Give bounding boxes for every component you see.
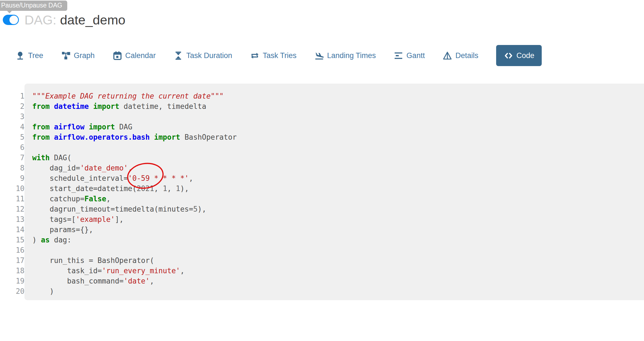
code-line: from datetime import datetime, timedelta xyxy=(32,101,643,112)
line-number: 11 xyxy=(0,194,24,204)
line-number: 10 xyxy=(0,184,24,194)
line-number: 7 xyxy=(0,153,24,163)
page-title: DAG: date_demo xyxy=(24,12,125,27)
dag-header: DAG: date_demo xyxy=(3,12,125,27)
line-number-gutter: 1234567891011121314151617181920 xyxy=(0,84,24,300)
tab-label: Task Duration xyxy=(186,51,232,60)
line-number: 20 xyxy=(0,286,24,297)
graph-icon xyxy=(61,51,71,61)
tab-tree[interactable]: Tree xyxy=(15,51,43,61)
dag-code-view: 1234567891011121314151617181920 """Examp… xyxy=(0,84,644,300)
code-line: ) xyxy=(32,286,643,297)
tab-calendar[interactable]: Calendar xyxy=(113,51,156,61)
tab-label: Details xyxy=(455,51,478,60)
view-tab-bar: Tree Graph Calendar xyxy=(15,45,542,66)
dag-title-prefix: DAG: xyxy=(24,12,56,27)
tab-label: Gantt xyxy=(406,51,425,60)
code-line: from airflow.operators.bash import BashO… xyxy=(32,132,643,142)
pause-unpause-toggle[interactable] xyxy=(3,15,19,25)
calendar-icon xyxy=(113,51,122,61)
gantt-bars-icon xyxy=(394,51,403,61)
line-number: 1 xyxy=(0,91,24,101)
tab-task-duration[interactable]: Task Duration xyxy=(173,51,232,61)
code-line: tags=['example'], xyxy=(32,214,643,225)
line-number: 13 xyxy=(0,214,24,225)
code-line: """Example DAG returning the current dat… xyxy=(32,91,643,101)
repeat-arrows-icon xyxy=(250,51,260,61)
line-number: 4 xyxy=(0,122,24,132)
tab-label: Graph xyxy=(74,51,95,60)
tree-icon xyxy=(15,51,25,61)
line-number: 6 xyxy=(0,142,24,153)
tab-label: Code xyxy=(516,51,534,60)
code-line: ) as dag: xyxy=(32,235,643,245)
triangle-icon xyxy=(442,51,452,61)
code-line: dagrun_timeout=timedelta(minutes=5), xyxy=(32,204,643,214)
code-line: task_id='run_every_minute', xyxy=(32,266,643,276)
hourglass-icon xyxy=(173,51,183,61)
code-line: from airflow import DAG xyxy=(32,122,643,132)
plane-landing-icon xyxy=(314,51,324,61)
code-line: run_this = BashOperator( xyxy=(32,255,643,266)
line-number: 5 xyxy=(0,132,24,142)
code-line: dag_id='date_demo', xyxy=(32,163,643,173)
line-number: 18 xyxy=(0,266,24,276)
line-number: 8 xyxy=(0,163,24,173)
code-line: catchup=False, xyxy=(32,194,643,204)
code-line: schedule_interval='0-59 * * * *', xyxy=(32,173,643,184)
tab-label: Tree xyxy=(28,51,43,60)
tab-details[interactable]: Details xyxy=(442,51,478,61)
code-line xyxy=(32,245,643,255)
toggle-knob xyxy=(9,16,18,24)
tab-code[interactable]: Code xyxy=(496,45,542,66)
line-number: 2 xyxy=(0,101,24,112)
code-line: bash_command='date', xyxy=(32,276,643,286)
tab-landing-times[interactable]: Landing Times xyxy=(314,51,376,61)
code-block: """Example DAG returning the current dat… xyxy=(24,84,644,300)
code-line: start_date=datetime(2021, 1, 1), xyxy=(32,184,643,194)
airflow-dag-code-page: Pause/Unpause DAG DAG: date_demo Tree xyxy=(0,0,644,341)
code-line: params={}, xyxy=(32,225,643,235)
line-number: 3 xyxy=(0,112,24,122)
line-number: 12 xyxy=(0,204,24,214)
line-number: 14 xyxy=(0,225,24,235)
code-line xyxy=(32,142,643,153)
code-line: with DAG( xyxy=(32,153,643,163)
line-number: 17 xyxy=(0,255,24,266)
line-number: 19 xyxy=(0,276,24,286)
code-line xyxy=(32,112,643,122)
tab-label: Landing Times xyxy=(327,51,376,60)
tab-label: Task Tries xyxy=(263,51,297,60)
tab-gantt[interactable]: Gantt xyxy=(394,51,425,61)
code-brackets-icon xyxy=(504,51,513,61)
line-number: 9 xyxy=(0,173,24,184)
line-number: 16 xyxy=(0,245,24,255)
tab-graph[interactable]: Graph xyxy=(61,51,95,61)
dag-name: date_demo xyxy=(60,12,125,27)
tab-task-tries[interactable]: Task Tries xyxy=(250,51,297,61)
line-number: 15 xyxy=(0,235,24,245)
tab-label: Calendar xyxy=(125,51,156,60)
